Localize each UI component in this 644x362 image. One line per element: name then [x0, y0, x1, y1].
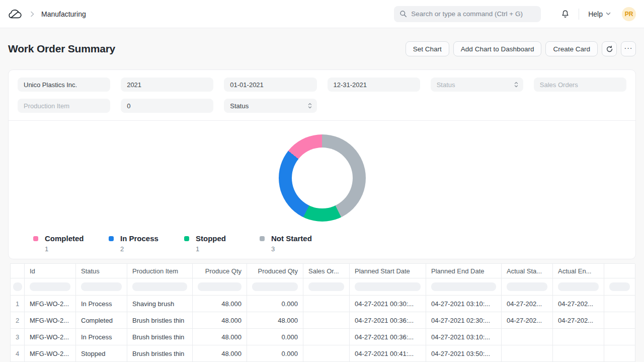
header-produce-qty[interactable]: Produce Qty: [193, 264, 247, 278]
cell-produce-qty[interactable]: 48.000: [193, 329, 247, 345]
legend-item-in-process: In Process 2: [109, 234, 184, 253]
header-status[interactable]: Status: [76, 264, 127, 278]
cell-planned-end[interactable]: 04-27-2021 03:10:...: [426, 329, 502, 345]
header-blank: [604, 264, 635, 278]
cell-actual-start[interactable]: 04-27-202...: [502, 296, 553, 312]
cell-planned-start[interactable]: 04-27-2021 00:41:...: [350, 345, 426, 362]
breadcrumb[interactable]: Manufacturing: [41, 10, 86, 18]
chevron-down-icon: [606, 12, 611, 16]
cell-status[interactable]: In Process: [76, 296, 127, 312]
cell-actual-end[interactable]: [553, 329, 604, 345]
cell-planned-end[interactable]: 04-27-2021 03:50:...: [426, 345, 502, 362]
cell-production-item[interactable]: Brush bristles thin: [127, 312, 193, 329]
header-actual-end[interactable]: Actual En...: [553, 264, 604, 278]
avatar-initials: PR: [625, 11, 633, 18]
header-production-item[interactable]: Production Item: [127, 264, 193, 278]
cell-actual-end[interactable]: [553, 345, 604, 362]
cell-status[interactable]: In Process: [76, 329, 127, 345]
fiscal-year-filter[interactable]: 2021: [121, 78, 213, 92]
rownum-filter-input[interactable]: [13, 282, 22, 291]
actual-start-filter-input[interactable]: [507, 282, 547, 291]
status-filter-input[interactable]: [81, 282, 122, 291]
cell-sales-order[interactable]: [303, 345, 350, 362]
planned-end-filter-input[interactable]: [431, 282, 496, 291]
cell-planned-end[interactable]: 04-27-2021 03:10:...: [426, 296, 502, 312]
cell-produced-qty[interactable]: 48.000: [247, 312, 303, 329]
production-item-filter[interactable]: Production Item: [18, 99, 110, 113]
cell-sales-order[interactable]: [303, 296, 350, 312]
cell-id[interactable]: MFG-WO-2...: [25, 345, 76, 362]
cell-production-item[interactable]: Shaving brush: [127, 296, 193, 312]
chart-area: Completed 1 In Process 2 Stopped 1: [9, 121, 635, 259]
header-planned-start-date[interactable]: Planned Start Date: [350, 264, 426, 278]
cell-actual-start[interactable]: 04-27-202...: [502, 312, 553, 329]
cell-planned-end[interactable]: 04-27-2021 02:30:...: [426, 312, 502, 329]
header-planned-end-date[interactable]: Planned End Date: [426, 264, 502, 278]
cell-blank[interactable]: [604, 312, 635, 329]
production-item-filter-input[interactable]: [132, 282, 187, 291]
cell-produce-qty[interactable]: 48.000: [193, 296, 247, 312]
charts-based-on-select[interactable]: Status: [224, 99, 316, 113]
cell-id[interactable]: MFG-WO-2...: [25, 312, 76, 329]
company-filter[interactable]: Unico Plastics Inc.: [18, 78, 110, 92]
header-id[interactable]: Id: [25, 264, 76, 278]
cell-produced-qty[interactable]: 0.000: [247, 296, 303, 312]
cell-status[interactable]: Completed: [76, 312, 127, 329]
cell-id[interactable]: MFG-WO-2...: [25, 329, 76, 345]
table-row: 2 MFG-WO-2... Completed Brush bristles t…: [11, 312, 635, 329]
dashboard-chart-card: Unico Plastics Inc. 2021 01-01-2021 12-3…: [8, 69, 636, 259]
cell-actual-start[interactable]: [502, 329, 553, 345]
sales-order-filter-input[interactable]: [308, 282, 344, 291]
cell-blank[interactable]: [604, 329, 635, 345]
set-chart-button[interactable]: Set Chart: [406, 41, 449, 56]
cell-produce-qty[interactable]: 48.000: [193, 345, 247, 362]
cell-status[interactable]: Stopped: [76, 345, 127, 362]
notifications-bell-icon[interactable]: [561, 10, 570, 19]
legend-count: 3: [271, 245, 335, 253]
donut-chart[interactable]: [279, 134, 366, 222]
header-produced-qty[interactable]: Produced Qty: [247, 264, 303, 278]
legend-label: Stopped: [196, 234, 226, 243]
cell-produce-qty[interactable]: 48.000: [193, 312, 247, 329]
search-input[interactable]: [411, 10, 535, 18]
blank-filter-input[interactable]: [609, 282, 630, 291]
header-actual-start[interactable]: Actual Sta...: [502, 264, 553, 278]
cell-sales-order[interactable]: [303, 329, 350, 345]
menu-button[interactable]: ···: [621, 41, 636, 56]
sales-orders-filter[interactable]: Sales Orders: [534, 78, 626, 92]
cell-production-item[interactable]: Brush bristles thin: [127, 329, 193, 345]
cell-produced-qty[interactable]: 0.000: [247, 345, 303, 362]
cell-actual-end[interactable]: 04-27-202...: [553, 296, 604, 312]
cell-blank[interactable]: [604, 345, 635, 362]
produce-qty-filter-input[interactable]: [198, 282, 242, 291]
age-filter[interactable]: 0: [121, 99, 213, 113]
to-date-filter[interactable]: 12-31-2021: [328, 78, 420, 92]
cell-production-item[interactable]: Brush bristles thin: [127, 345, 193, 362]
help-menu[interactable]: Help: [588, 10, 611, 18]
cell-planned-start[interactable]: 04-27-2021 00:30:...: [350, 296, 426, 312]
produced-qty-filter-input[interactable]: [252, 282, 298, 291]
cell-id[interactable]: MFG-WO-2...: [25, 296, 76, 312]
cell-sales-order[interactable]: [303, 312, 350, 329]
cell-actual-start[interactable]: [502, 345, 553, 362]
header-sales-order[interactable]: Sales Or...: [303, 264, 350, 278]
user-avatar[interactable]: PR: [622, 7, 636, 21]
status-filter-select[interactable]: Status: [431, 78, 523, 92]
navbar-divider: [579, 9, 579, 20]
actual-end-filter-input[interactable]: [558, 282, 599, 291]
global-search[interactable]: [394, 6, 541, 22]
cell-planned-start[interactable]: 04-27-2021 00:36:...: [350, 312, 426, 329]
id-filter-input[interactable]: [30, 282, 70, 291]
refresh-button[interactable]: [602, 41, 617, 56]
planned-start-filter-input[interactable]: [355, 282, 421, 291]
cell-actual-end[interactable]: 04-27-202...: [553, 312, 604, 329]
add-chart-to-dashboard-button[interactable]: Add Chart to Dashboard: [453, 41, 542, 56]
cell-planned-start[interactable]: 04-27-2021 00:36:...: [350, 329, 426, 345]
cell-blank[interactable]: [604, 296, 635, 312]
from-date-filter[interactable]: 01-01-2021: [224, 78, 316, 92]
legend-count: 1: [196, 245, 260, 253]
app-logo[interactable]: [8, 8, 23, 20]
cell-produced-qty[interactable]: 0.000: [247, 329, 303, 345]
table-row: 3 MFG-WO-2... In Process Brush bristles …: [11, 329, 635, 345]
create-card-button[interactable]: Create Card: [545, 41, 598, 56]
